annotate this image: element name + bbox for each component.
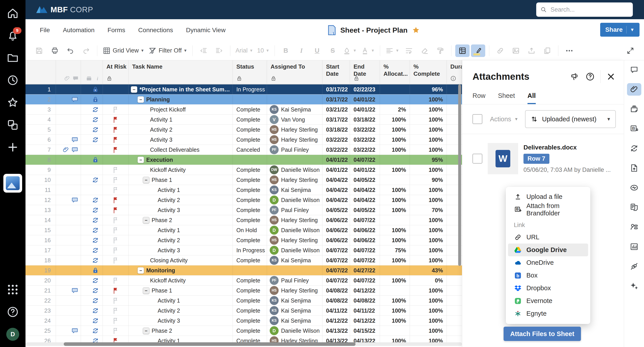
- cell-task-name[interactable]: Activity 1: [128, 115, 233, 124]
- cell-status[interactable]: In Progress: [233, 84, 267, 94]
- cell-percent-complete[interactable]: 100%: [410, 145, 447, 155]
- row-indicators-a[interactable]: [56, 296, 81, 306]
- menu-automation[interactable]: Automation: [63, 26, 94, 34]
- row-number[interactable]: 13: [26, 205, 56, 215]
- cell-status[interactable]: Complete: [233, 215, 267, 225]
- cell-at-risk[interactable]: [103, 185, 128, 195]
- cell-percent-allocated[interactable]: 100%: [380, 316, 410, 326]
- cell-end-date[interactable]: 04/04/22: [350, 195, 380, 205]
- column-header-end[interactable]: End Date: [350, 60, 380, 84]
- sidebar-home-button[interactable]: [6, 7, 19, 20]
- collapse-toggle[interactable]: −: [138, 96, 144, 103]
- row-number[interactable]: 24: [26, 316, 56, 326]
- row-number[interactable]: 16: [26, 235, 56, 245]
- cell-start-date[interactable]: 03/17/22: [322, 94, 350, 104]
- column-header-comp[interactable]: % Complete: [410, 60, 447, 84]
- menu-connections[interactable]: Connections: [138, 26, 173, 34]
- cell-percent-allocated[interactable]: [380, 286, 410, 295]
- cell-at-risk[interactable]: [103, 115, 128, 124]
- cell-task-name[interactable]: Activity 1: [128, 225, 233, 235]
- tool-cardview[interactable]: [455, 44, 470, 57]
- cell-duration[interactable]: [447, 306, 462, 316]
- row-indicators-a[interactable]: [56, 94, 81, 104]
- cell-end-date[interactable]: 04/05/22: [350, 205, 380, 215]
- cell-percent-complete[interactable]: 100%: [410, 326, 447, 336]
- cell-percent-allocated[interactable]: [380, 84, 410, 94]
- cell-end-date[interactable]: 04/27/22: [350, 266, 380, 275]
- cell-end-date[interactable]: 04/05/22: [350, 175, 380, 185]
- cell-end-date[interactable]: 04/04/22: [350, 185, 380, 195]
- row-number[interactable]: 1: [26, 84, 56, 94]
- row-indicators-a[interactable]: [56, 326, 81, 336]
- row-number[interactable]: 23: [26, 306, 56, 316]
- cell-task-name[interactable]: −Planning: [128, 94, 233, 104]
- row-number[interactable]: 14: [26, 215, 56, 225]
- cell-at-risk[interactable]: [103, 175, 128, 185]
- cell-duration[interactable]: [447, 266, 462, 275]
- row-indicators-a[interactable]: [56, 135, 81, 145]
- row-indicators-b[interactable]: [81, 276, 103, 285]
- cell-assigned-to[interactable]: PFPaul Finley: [267, 145, 322, 155]
- cell-percent-allocated[interactable]: [380, 266, 410, 275]
- cell-start-date[interactable]: 04/08/22: [322, 296, 350, 306]
- cell-start-date[interactable]: 04/11/22: [322, 306, 350, 316]
- tool-funnel[interactable]: Filter Off▼: [147, 44, 188, 57]
- row-indicators-a[interactable]: [56, 195, 81, 205]
- cell-end-date[interactable]: 04/12/22: [350, 286, 380, 295]
- cell-status[interactable]: [233, 266, 267, 275]
- cell-end-date[interactable]: 04/15/22: [350, 326, 380, 336]
- cell-at-risk[interactable]: [103, 84, 128, 94]
- cell-end-date[interactable]: 03/18/22: [350, 115, 380, 124]
- menu-item-google-drive[interactable]: Google Drive: [508, 244, 588, 256]
- rail-update-requests-button[interactable]: [627, 142, 641, 155]
- favorite-star-icon[interactable]: [412, 26, 420, 34]
- cell-status[interactable]: Complete: [233, 185, 267, 195]
- rail-proofs-button[interactable]: [627, 103, 641, 115]
- cell-end-date[interactable]: 04/01/22: [350, 94, 380, 104]
- active-workspace-tile[interactable]: [3, 174, 22, 193]
- cell-at-risk[interactable]: [103, 266, 128, 275]
- cell-at-risk[interactable]: [103, 125, 128, 134]
- header-indicator-a[interactable]: [56, 60, 81, 84]
- cell-percent-complete[interactable]: 100%: [410, 135, 447, 145]
- tool-10[interactable]: 10▼: [256, 44, 271, 57]
- user-avatar[interactable]: D: [6, 328, 19, 341]
- cell-status[interactable]: Complete: [233, 276, 267, 285]
- cell-assigned-to[interactable]: PFPaul Finley: [267, 205, 322, 215]
- cell-end-date[interactable]: 04/01/22: [350, 165, 380, 175]
- row-indicators-a[interactable]: [56, 125, 81, 134]
- cell-assigned-to[interactable]: [267, 155, 322, 165]
- cell-assigned-to[interactable]: HSHarley Sterling: [267, 286, 322, 295]
- cell-start-date[interactable]: 04/07/22: [322, 266, 350, 275]
- row-number[interactable]: 17: [26, 245, 56, 255]
- row-indicators-b[interactable]: [81, 115, 103, 124]
- row-indicators-b[interactable]: [81, 316, 103, 326]
- sidebar-bell-button[interactable]: 9: [6, 29, 19, 42]
- column-header-start[interactable]: Start Date: [322, 60, 350, 84]
- cell-task-name[interactable]: −*Project Name in the Sheet Summary*: [128, 84, 233, 94]
- row-indicators-a[interactable]: [56, 215, 81, 225]
- cell-task-name[interactable]: −Phase 1: [128, 175, 233, 185]
- menu-forms[interactable]: Forms: [108, 26, 125, 34]
- row-indicators-a[interactable]: [56, 105, 81, 114]
- row-number[interactable]: 4: [26, 115, 56, 124]
- row-indicators-b[interactable]: [81, 266, 103, 275]
- row-indicators-b[interactable]: [81, 135, 103, 145]
- cell-percent-complete[interactable]: 70%: [410, 205, 447, 215]
- row-indicators-b[interactable]: [81, 286, 103, 295]
- cell-assigned-to[interactable]: KSKai Senjima: [267, 316, 322, 326]
- cell-status[interactable]: Complete: [233, 195, 267, 205]
- cell-percent-allocated[interactable]: 100%: [380, 205, 410, 215]
- cell-percent-allocated[interactable]: [380, 175, 410, 185]
- cell-percent-complete[interactable]: 90%: [410, 175, 447, 185]
- cell-percent-complete[interactable]: 100%: [410, 195, 447, 205]
- cell-status[interactable]: Complete: [233, 205, 267, 215]
- cell-task-name[interactable]: Collect Deliverables: [128, 145, 233, 155]
- cell-assigned-to[interactable]: VVan Vong: [267, 115, 322, 124]
- cell-end-date[interactable]: 03/22/22: [350, 145, 380, 155]
- column-header-asg[interactable]: Assigned To: [267, 60, 322, 84]
- cell-status[interactable]: [233, 94, 267, 104]
- menu-item-dropbox[interactable]: Dropbox: [508, 282, 588, 295]
- collapse-toggle[interactable]: −: [143, 287, 149, 294]
- close-icon[interactable]: [606, 72, 616, 81]
